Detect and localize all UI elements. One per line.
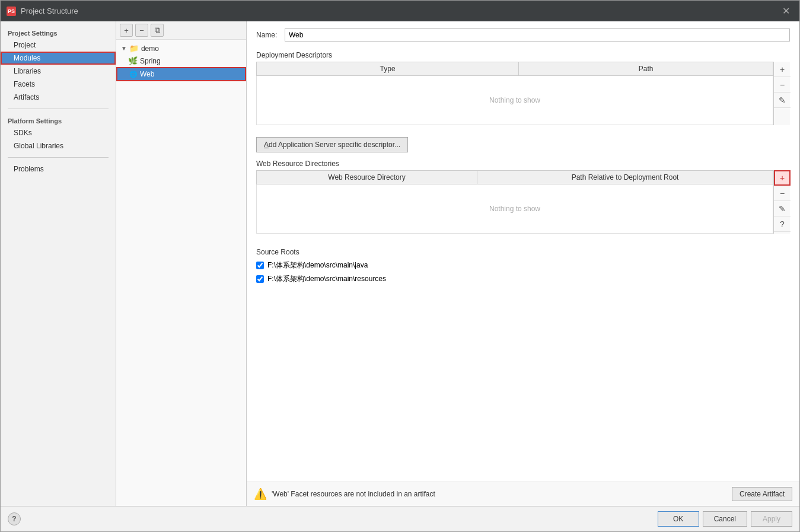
folder-icon: 📁 — [129, 44, 139, 53]
type-column-header: Type — [257, 62, 519, 76]
warning-message: 'Web' Facet resources are not included i… — [272, 490, 435, 498]
create-artifact-button[interactable]: Create Artifact — [732, 487, 792, 501]
tree-node-demo[interactable]: ▼ 📁 demo — [116, 42, 246, 55]
sidebar-item-project[interactable]: Project — [1, 39, 116, 52]
tree-node-label: Spring — [140, 57, 161, 65]
tree-node-spring[interactable]: 🌿 Spring — [116, 55, 246, 67]
content-panel: Name: Deployment Descriptors Type Path — [247, 21, 799, 506]
tree-toolbar: + − ⧉ — [116, 21, 246, 40]
source-root-item-resources: F:\体系架构\demo\src\main\resources — [256, 272, 790, 286]
sidebar: Project Settings Project Modules Librari… — [1, 21, 116, 506]
sidebar-item-modules[interactable]: Modules — [1, 52, 116, 65]
tree-node-label: demo — [141, 44, 159, 53]
platform-settings-section-label: Platform Settings — [1, 114, 116, 126]
expand-arrow-icon: ▼ — [121, 45, 127, 52]
dialog-title: Project Structure — [21, 7, 78, 15]
source-root-resources-checkbox[interactable] — [256, 275, 264, 283]
path-column-header: Path — [519, 62, 773, 76]
sidebar-item-global-libraries[interactable]: Global Libraries — [1, 139, 116, 152]
source-roots-title: Source Roots — [256, 248, 790, 256]
source-root-java-checkbox[interactable] — [256, 262, 264, 269]
tree-node-label: Web — [140, 70, 154, 78]
web-resource-help-button[interactable]: ? — [774, 216, 791, 232]
tree-remove-button[interactable]: − — [135, 24, 148, 37]
warning-bar: ⚠️ 'Web' Facet resources are not include… — [247, 482, 799, 506]
add-server-button-label: Add Application Server specific descript… — [264, 141, 400, 149]
web-resource-directories-section: Web Resource Directories Web Resource Di… — [256, 160, 790, 234]
project-settings-section-label: Project Settings — [1, 26, 116, 39]
cancel-button[interactable]: Cancel — [703, 511, 747, 527]
deployment-remove-button[interactable]: − — [774, 77, 791, 93]
web-resource-action-buttons: + − ✎ ? — [773, 170, 790, 234]
deployment-descriptors-table-wrapper: Type Path Nothing to show — [256, 62, 790, 125]
deployment-descriptors-table: Type Path Nothing to show — [256, 62, 773, 125]
sidebar-item-sdks[interactable]: SDKs — [1, 126, 116, 139]
empty-row: Nothing to show — [257, 76, 773, 125]
deployment-add-button[interactable]: + — [774, 62, 791, 77]
web-resource-table-wrapper: Web Resource Directory Path Relative to … — [256, 170, 790, 234]
web-resource-empty-row: Nothing to show — [257, 184, 773, 234]
sidebar-item-artifacts[interactable]: Artifacts — [1, 91, 116, 104]
tree-node-web[interactable]: 🌐 Web — [116, 67, 246, 81]
add-server-button[interactable]: Add Application Server specific descript… — [256, 137, 408, 152]
name-row: Name: — [256, 28, 790, 42]
web-resource-empty-message: Nothing to show — [262, 187, 768, 231]
deployment-action-buttons: + − ✎ — [773, 62, 790, 125]
name-label: Name: — [256, 31, 280, 39]
web-icon: 🌐 — [129, 71, 138, 78]
tree-copy-button[interactable]: ⧉ — [151, 24, 164, 37]
warning-icon: ⚠️ — [254, 488, 267, 501]
sidebar-divider-2 — [8, 157, 109, 158]
warning-left: ⚠️ 'Web' Facet resources are not include… — [254, 488, 435, 501]
deployment-descriptors-section: Deployment Descriptors Type Path — [256, 51, 790, 125]
project-structure-dialog: PS Project Structure ✕ Project Settings … — [0, 0, 800, 532]
deployment-descriptors-title: Deployment Descriptors — [256, 51, 790, 59]
web-resource-edit-button[interactable]: ✎ — [774, 201, 791, 216]
help-button[interactable]: ? — [8, 512, 21, 525]
source-root-resources-path: F:\体系架构\demo\src\main\resources — [267, 274, 386, 284]
deployment-empty-message: Nothing to show — [262, 78, 768, 122]
add-server-wrapper: Add Application Server specific descript… — [256, 137, 790, 152]
path-relative-header: Path Relative to Deployment Root — [477, 171, 773, 184]
source-root-java-path: F:\体系架构\demo\src\main\java — [267, 260, 368, 270]
tree-panel: + − ⧉ ▼ 📁 demo 🌿 Spring 🌐 — [116, 21, 247, 506]
content-inner: Name: Deployment Descriptors Type Path — [247, 21, 799, 482]
source-root-item-java: F:\体系架构\demo\src\main\java — [256, 259, 790, 272]
ok-button[interactable]: OK — [658, 511, 699, 527]
dialog-buttons: OK Cancel Apply — [658, 511, 792, 527]
close-button[interactable]: ✕ — [779, 4, 793, 18]
deployment-edit-button[interactable]: ✎ — [774, 93, 791, 108]
sidebar-divider — [8, 109, 109, 109]
web-resource-directory-header: Web Resource Directory — [257, 171, 477, 184]
title-bar: PS Project Structure ✕ — [1, 1, 799, 21]
title-bar-left: PS Project Structure — [7, 7, 78, 16]
apply-button[interactable]: Apply — [751, 511, 792, 527]
sidebar-item-facets[interactable]: Facets — [1, 78, 116, 91]
main-content: Project Settings Project Modules Librari… — [1, 21, 799, 506]
web-resource-table: Web Resource Directory Path Relative to … — [256, 170, 773, 234]
sidebar-item-libraries[interactable]: Libraries — [1, 65, 116, 78]
tree-add-button[interactable]: + — [120, 24, 133, 37]
web-resource-add-button[interactable]: + — [774, 170, 791, 186]
tree-content: ▼ 📁 demo 🌿 Spring 🌐 Web — [116, 40, 246, 506]
app-icon: PS — [7, 7, 16, 16]
sidebar-item-problems[interactable]: Problems — [1, 163, 116, 176]
web-resource-directories-title: Web Resource Directories — [256, 160, 790, 168]
spring-icon: 🌿 — [128, 56, 138, 65]
web-resource-remove-button[interactable]: − — [774, 186, 791, 201]
name-input[interactable] — [285, 28, 790, 42]
source-roots-section: Source Roots F:\体系架构\demo\src\main\java … — [256, 248, 790, 286]
bottom-bar: ? OK Cancel Apply — [1, 506, 799, 531]
